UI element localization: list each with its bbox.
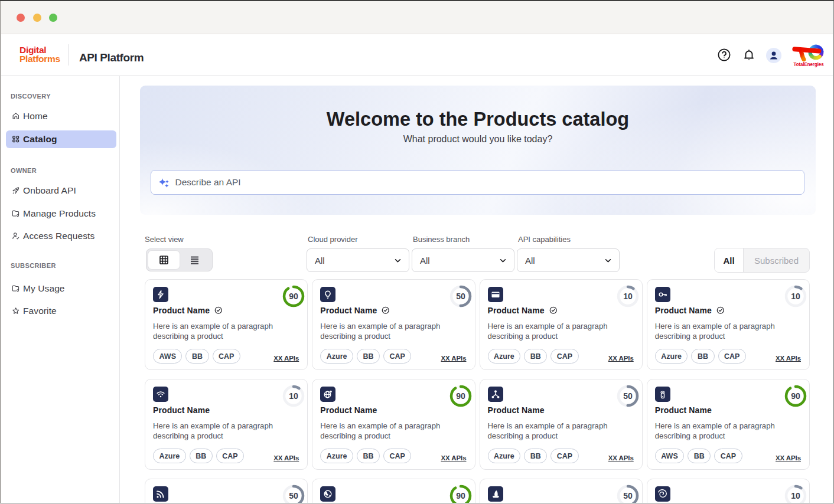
svg-text:50: 50	[289, 491, 298, 500]
svg-text:50: 50	[623, 391, 633, 401]
svg-text:50: 50	[623, 491, 633, 500]
svg-text:90: 90	[289, 292, 298, 301]
svg-text:90: 90	[456, 491, 465, 500]
svg-text:90: 90	[791, 391, 800, 401]
svg-text:TotalEnergies: TotalEnergies	[794, 61, 824, 67]
svg-text:10: 10	[289, 391, 298, 401]
svg-text:90: 90	[456, 391, 465, 401]
svg-text:10: 10	[791, 292, 800, 301]
svg-text:50: 50	[456, 292, 465, 301]
svg-text:10: 10	[791, 491, 800, 500]
svg-text:10: 10	[623, 292, 633, 301]
